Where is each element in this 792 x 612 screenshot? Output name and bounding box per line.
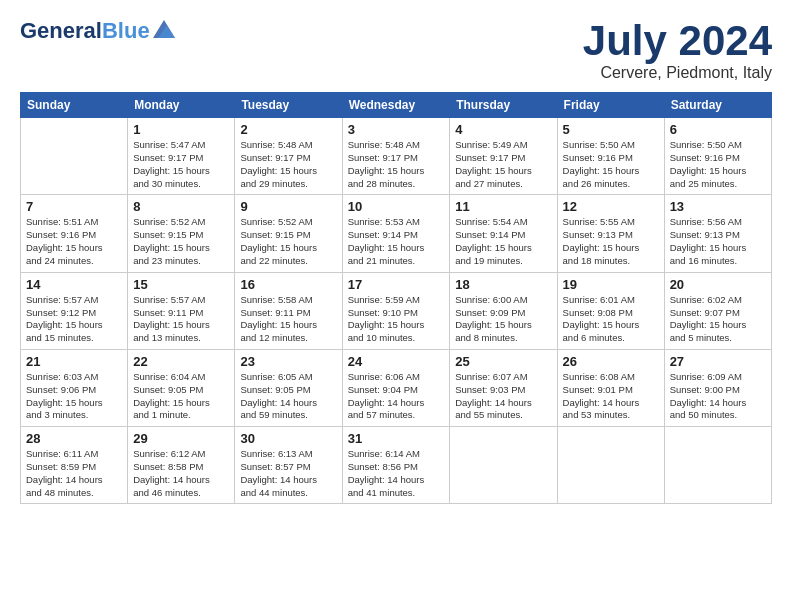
calendar-week-row: 21Sunrise: 6:03 AMSunset: 9:06 PMDayligh…: [21, 349, 772, 426]
table-cell: 22Sunrise: 6:04 AMSunset: 9:05 PMDayligh…: [128, 349, 235, 426]
table-cell: 31Sunrise: 6:14 AMSunset: 8:56 PMDayligh…: [342, 427, 450, 504]
col-monday: Monday: [128, 93, 235, 118]
table-cell: [557, 427, 664, 504]
col-saturday: Saturday: [664, 93, 771, 118]
day-info: Sunrise: 6:03 AMSunset: 9:06 PMDaylight:…: [26, 371, 122, 422]
col-sunday: Sunday: [21, 93, 128, 118]
day-info: Sunrise: 6:05 AMSunset: 9:05 PMDaylight:…: [240, 371, 336, 422]
col-friday: Friday: [557, 93, 664, 118]
day-info: Sunrise: 6:01 AMSunset: 9:08 PMDaylight:…: [563, 294, 659, 345]
day-info: Sunrise: 5:50 AMSunset: 9:16 PMDaylight:…: [563, 139, 659, 190]
table-cell: 25Sunrise: 6:07 AMSunset: 9:03 PMDayligh…: [450, 349, 557, 426]
day-info: Sunrise: 6:02 AMSunset: 9:07 PMDaylight:…: [670, 294, 766, 345]
table-cell: 4Sunrise: 5:49 AMSunset: 9:17 PMDaylight…: [450, 118, 557, 195]
day-info: Sunrise: 5:49 AMSunset: 9:17 PMDaylight:…: [455, 139, 551, 190]
table-cell: [664, 427, 771, 504]
table-cell: 1Sunrise: 5:47 AMSunset: 9:17 PMDaylight…: [128, 118, 235, 195]
table-cell: 21Sunrise: 6:03 AMSunset: 9:06 PMDayligh…: [21, 349, 128, 426]
table-cell: 28Sunrise: 6:11 AMSunset: 8:59 PMDayligh…: [21, 427, 128, 504]
day-number: 5: [563, 122, 659, 137]
day-info: Sunrise: 6:00 AMSunset: 9:09 PMDaylight:…: [455, 294, 551, 345]
table-cell: 29Sunrise: 6:12 AMSunset: 8:58 PMDayligh…: [128, 427, 235, 504]
table-cell: 3Sunrise: 5:48 AMSunset: 9:17 PMDaylight…: [342, 118, 450, 195]
day-number: 12: [563, 199, 659, 214]
day-number: 9: [240, 199, 336, 214]
day-number: 27: [670, 354, 766, 369]
logo-icon: [153, 20, 175, 38]
table-cell: 30Sunrise: 6:13 AMSunset: 8:57 PMDayligh…: [235, 427, 342, 504]
day-info: Sunrise: 6:14 AMSunset: 8:56 PMDaylight:…: [348, 448, 445, 499]
day-number: 30: [240, 431, 336, 446]
day-info: Sunrise: 5:47 AMSunset: 9:17 PMDaylight:…: [133, 139, 229, 190]
calendar-week-row: 7Sunrise: 5:51 AMSunset: 9:16 PMDaylight…: [21, 195, 772, 272]
day-number: 29: [133, 431, 229, 446]
table-cell: 24Sunrise: 6:06 AMSunset: 9:04 PMDayligh…: [342, 349, 450, 426]
table-cell: 19Sunrise: 6:01 AMSunset: 9:08 PMDayligh…: [557, 272, 664, 349]
table-cell: 5Sunrise: 5:50 AMSunset: 9:16 PMDaylight…: [557, 118, 664, 195]
title-block: July 2024 Cervere, Piedmont, Italy: [583, 18, 772, 82]
table-cell: 18Sunrise: 6:00 AMSunset: 9:09 PMDayligh…: [450, 272, 557, 349]
table-cell: 12Sunrise: 5:55 AMSunset: 9:13 PMDayligh…: [557, 195, 664, 272]
table-cell: [450, 427, 557, 504]
day-number: 31: [348, 431, 445, 446]
table-cell: 10Sunrise: 5:53 AMSunset: 9:14 PMDayligh…: [342, 195, 450, 272]
calendar-header-row: Sunday Monday Tuesday Wednesday Thursday…: [21, 93, 772, 118]
day-number: 3: [348, 122, 445, 137]
day-info: Sunrise: 6:06 AMSunset: 9:04 PMDaylight:…: [348, 371, 445, 422]
day-info: Sunrise: 5:50 AMSunset: 9:16 PMDaylight:…: [670, 139, 766, 190]
col-tuesday: Tuesday: [235, 93, 342, 118]
table-cell: 23Sunrise: 6:05 AMSunset: 9:05 PMDayligh…: [235, 349, 342, 426]
logo-general: General: [20, 18, 102, 44]
day-info: Sunrise: 5:57 AMSunset: 9:11 PMDaylight:…: [133, 294, 229, 345]
day-number: 21: [26, 354, 122, 369]
day-number: 25: [455, 354, 551, 369]
day-info: Sunrise: 6:08 AMSunset: 9:01 PMDaylight:…: [563, 371, 659, 422]
day-info: Sunrise: 5:51 AMSunset: 9:16 PMDaylight:…: [26, 216, 122, 267]
table-cell: 13Sunrise: 5:56 AMSunset: 9:13 PMDayligh…: [664, 195, 771, 272]
table-cell: 11Sunrise: 5:54 AMSunset: 9:14 PMDayligh…: [450, 195, 557, 272]
day-info: Sunrise: 5:54 AMSunset: 9:14 PMDaylight:…: [455, 216, 551, 267]
day-number: 14: [26, 277, 122, 292]
day-info: Sunrise: 5:58 AMSunset: 9:11 PMDaylight:…: [240, 294, 336, 345]
table-cell: 15Sunrise: 5:57 AMSunset: 9:11 PMDayligh…: [128, 272, 235, 349]
day-number: 28: [26, 431, 122, 446]
table-cell: 14Sunrise: 5:57 AMSunset: 9:12 PMDayligh…: [21, 272, 128, 349]
day-info: Sunrise: 6:13 AMSunset: 8:57 PMDaylight:…: [240, 448, 336, 499]
day-number: 2: [240, 122, 336, 137]
table-cell: 26Sunrise: 6:08 AMSunset: 9:01 PMDayligh…: [557, 349, 664, 426]
day-number: 1: [133, 122, 229, 137]
day-info: Sunrise: 6:12 AMSunset: 8:58 PMDaylight:…: [133, 448, 229, 499]
day-number: 13: [670, 199, 766, 214]
day-number: 15: [133, 277, 229, 292]
day-number: 7: [26, 199, 122, 214]
day-number: 18: [455, 277, 551, 292]
table-cell: 2Sunrise: 5:48 AMSunset: 9:17 PMDaylight…: [235, 118, 342, 195]
day-info: Sunrise: 6:11 AMSunset: 8:59 PMDaylight:…: [26, 448, 122, 499]
day-info: Sunrise: 5:48 AMSunset: 9:17 PMDaylight:…: [240, 139, 336, 190]
logo-blue: Blue: [102, 18, 150, 44]
day-number: 10: [348, 199, 445, 214]
logo: GeneralBlue: [20, 18, 175, 44]
header: GeneralBlue July 2024 Cervere, Piedmont,…: [20, 18, 772, 82]
table-cell: [21, 118, 128, 195]
month-title: July 2024: [583, 18, 772, 64]
day-info: Sunrise: 5:57 AMSunset: 9:12 PMDaylight:…: [26, 294, 122, 345]
day-number: 23: [240, 354, 336, 369]
day-number: 6: [670, 122, 766, 137]
day-info: Sunrise: 6:09 AMSunset: 9:00 PMDaylight:…: [670, 371, 766, 422]
day-info: Sunrise: 5:48 AMSunset: 9:17 PMDaylight:…: [348, 139, 445, 190]
day-number: 20: [670, 277, 766, 292]
day-info: Sunrise: 5:53 AMSunset: 9:14 PMDaylight:…: [348, 216, 445, 267]
day-number: 11: [455, 199, 551, 214]
day-info: Sunrise: 6:07 AMSunset: 9:03 PMDaylight:…: [455, 371, 551, 422]
calendar-week-row: 1Sunrise: 5:47 AMSunset: 9:17 PMDaylight…: [21, 118, 772, 195]
day-number: 8: [133, 199, 229, 214]
day-number: 22: [133, 354, 229, 369]
col-wednesday: Wednesday: [342, 93, 450, 118]
day-info: Sunrise: 5:56 AMSunset: 9:13 PMDaylight:…: [670, 216, 766, 267]
table-cell: 6Sunrise: 5:50 AMSunset: 9:16 PMDaylight…: [664, 118, 771, 195]
day-number: 16: [240, 277, 336, 292]
location-title: Cervere, Piedmont, Italy: [583, 64, 772, 82]
day-number: 19: [563, 277, 659, 292]
calendar-week-row: 14Sunrise: 5:57 AMSunset: 9:12 PMDayligh…: [21, 272, 772, 349]
